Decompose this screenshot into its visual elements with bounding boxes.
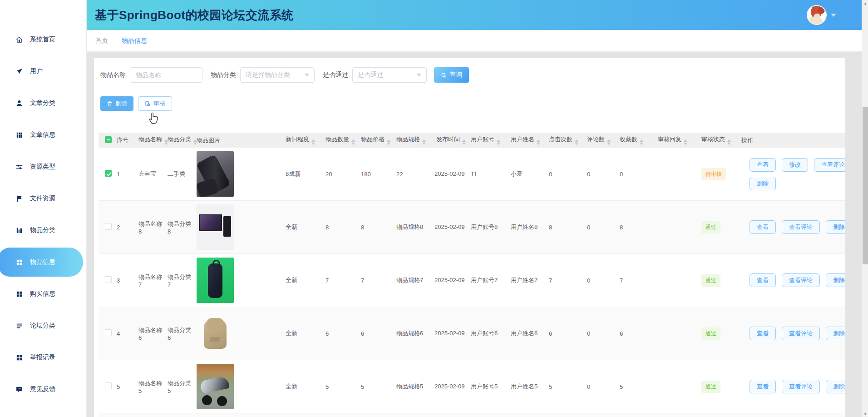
scrollbar-thumb[interactable] [863,107,868,264]
cell-favorites: 8 [615,201,653,254]
table-row: 2物品名称8物品分类8全新88物品规格82025-02-09用户账号8用户姓名8… [99,201,845,254]
cell-category: 物品分类6 [163,307,192,360]
cell-price: 180 [356,148,392,201]
row-checkbox[interactable] [105,382,112,389]
delete-row-button[interactable]: 删除 [826,327,845,340]
cell-username: 用户姓名5 [506,360,544,413]
view-button[interactable]: 查看 [750,380,776,393]
sort-icon[interactable] [351,139,355,145]
sidebar-item-1[interactable]: 用户 [0,55,86,87]
sort-icon[interactable] [575,139,578,145]
row-checkbox[interactable] [105,329,112,336]
cell-reply [653,201,697,254]
sidebar-item-3[interactable]: 文章信息 [0,119,86,151]
select-all-checkbox[interactable] [105,136,112,143]
column-header-account[interactable]: 用户账号 [466,133,506,148]
column-label: 物品名称 [138,136,162,143]
sidebar-item-label: 文章信息 [30,131,55,139]
view-comments-button[interactable]: 查看评论 [782,327,820,340]
cell-favorites: 5 [615,360,653,413]
pass-select[interactable]: 是否通过 [352,67,427,83]
view-comments-button[interactable]: 查看评论 [814,158,845,172]
review-button[interactable]: 审核 [138,96,172,111]
view-comments-button[interactable]: 查看评论 [782,380,820,393]
sidebar-item-6[interactable]: 物品分类 [0,214,86,246]
tab-1[interactable]: 物品信息 [122,37,147,45]
view-button[interactable]: 查看 [750,220,776,234]
sidebar-item-5[interactable]: 文件资源 [0,183,86,214]
column-header-status[interactable]: 审核状态 [697,133,737,148]
cell-comments: 0 [582,254,615,307]
item-name-input[interactable] [130,67,202,83]
view-button[interactable]: 查看 [750,327,776,340]
avatar[interactable] [808,6,826,24]
vertical-scrollbar[interactable]: ▲ ▼ [862,0,868,417]
view-comments-button[interactable]: 查看评论 [782,220,820,234]
sidebar-item-2[interactable]: 文章分类 [0,87,86,119]
cell-condition [281,413,321,417]
item-category-select[interactable]: 请选择物品分类 [240,67,315,83]
view-comments-button[interactable]: 查看评论 [782,273,820,287]
column-header-quantity[interactable]: 物品数量 [321,133,356,148]
column-header-reply[interactable]: 审核回复 [653,133,697,148]
sort-icon[interactable] [462,139,466,145]
sidebar-item-7[interactable]: 物品信息 [0,248,83,277]
sidebar-item-9[interactable]: 论坛分类 [0,310,86,342]
sidebar-item-10[interactable]: 举报记录 [0,342,86,373]
breadcrumb-tabs: 首页物品信息 [87,30,862,52]
scroll-down-arrow[interactable]: ▼ [862,411,868,417]
sidebar-item-0[interactable]: 系统首页 [0,24,86,55]
column-header-clicks[interactable]: 点击次数 [544,133,582,148]
sort-icon[interactable] [537,139,540,145]
column-header-index: 序号 [112,133,134,148]
table-row: 6 [99,413,845,417]
cell-name: 充电宝 [134,148,163,201]
column-header-condition[interactable]: 新旧程度 [281,133,321,148]
sort-icon[interactable] [640,139,643,145]
sidebar-item-11[interactable]: 意见反馈 [0,373,86,405]
delete-row-button[interactable]: 删除 [826,380,845,393]
column-header-category[interactable]: 物品分类 [163,133,192,148]
sort-icon[interactable] [607,139,611,145]
sidebar-item-4[interactable]: 资源类型 [0,151,86,183]
delete-row-button[interactable]: 删除 [750,177,776,190]
cell-spec: 物品规格8 [392,201,432,254]
delete-row-button[interactable]: 删除 [826,220,845,234]
edit-button[interactable]: 修改 [782,158,808,172]
row-checkbox[interactable] [105,276,112,283]
view-button[interactable]: 查看 [750,158,776,172]
sort-icon[interactable] [311,139,315,145]
sort-icon[interactable] [387,139,390,145]
column-header-spec[interactable]: 物品规格 [392,133,432,148]
row-checkbox[interactable] [105,170,112,177]
cell-clicks [544,413,582,417]
chevron-down-icon[interactable] [831,14,836,17]
column-header-name[interactable]: 物品名称 [134,133,163,148]
sort-icon[interactable] [684,139,687,145]
column-header-price[interactable]: 物品价格 [356,133,392,148]
row-checkbox[interactable] [105,223,112,230]
column-header-comments[interactable]: 评论数 [582,133,615,148]
tab-0[interactable]: 首页 [95,37,108,45]
delete-button[interactable]: 删除 [100,96,133,111]
delete-row-button[interactable]: 删除 [826,273,845,287]
cell-spec: 物品规格7 [392,254,432,307]
sort-icon[interactable] [422,139,426,145]
sort-icon[interactable] [497,139,500,145]
search-button[interactable]: 查询 [434,67,469,83]
sidebar-item-8[interactable]: 购买信息 [0,278,86,310]
cell-clicks: 0 [544,148,582,201]
column-label: 审核回复 [658,136,681,143]
column-header-username[interactable]: 用户姓名 [506,133,544,148]
cell-price: 5 [356,360,392,413]
filter-bar: 物品名称 物品分类 请选择物品分类 是否通过 是否通过 查询 [99,67,845,83]
cell-comments [582,413,615,417]
cell-price: 8 [356,201,392,254]
view-button[interactable]: 查看 [750,273,776,287]
sort-icon[interactable] [727,139,731,145]
audit-icon [145,101,151,107]
column-header-date[interactable]: 发布时间 [432,133,466,148]
scroll-up-arrow[interactable]: ▲ [862,0,868,6]
column-header-favorites[interactable]: 收藏数 [615,133,653,148]
sidebar-item-label: 文章分类 [30,99,55,107]
